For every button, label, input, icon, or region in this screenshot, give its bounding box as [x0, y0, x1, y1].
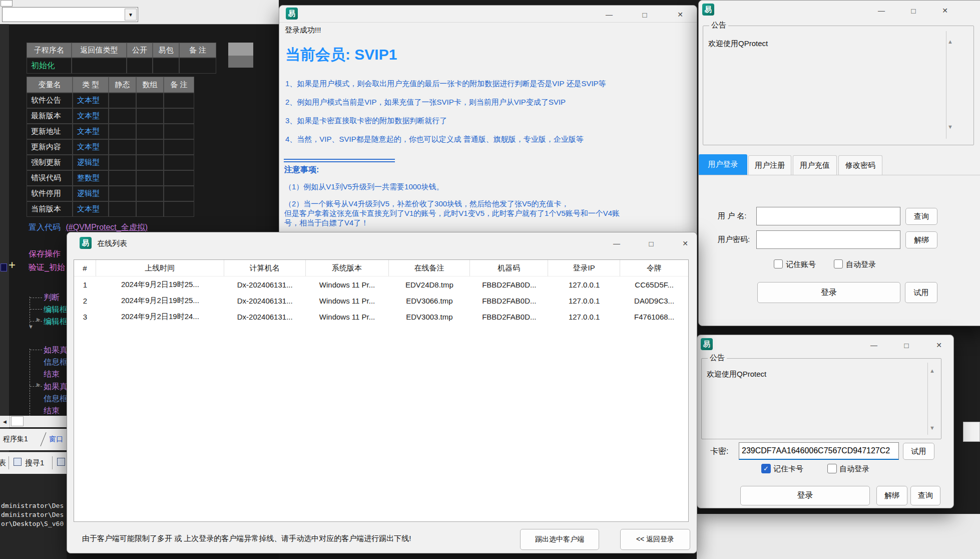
- auto-login-checkbox[interactable]: [827, 464, 837, 473]
- cell[interactable]: 1: [74, 276, 96, 293]
- cell[interactable]: DA0D9C3...: [620, 293, 688, 309]
- query-button[interactable]: 查询: [905, 208, 937, 225]
- auto-login-label[interactable]: 自动登录: [839, 464, 869, 474]
- cell[interactable]: Windows 11 Pr...: [306, 276, 389, 293]
- var-name[interactable]: 更新地址: [27, 124, 73, 139]
- var-name[interactable]: 软件停用: [27, 186, 73, 201]
- column-header[interactable]: 公开: [127, 43, 153, 58]
- cell[interactable]: EDV3003.tmp: [389, 309, 470, 325]
- cell[interactable]: [136, 155, 164, 170]
- var-name[interactable]: 最新版本: [27, 108, 73, 124]
- cell[interactable]: 127.0.0.1: [548, 309, 620, 325]
- minimize-button[interactable]: —: [602, 9, 617, 21]
- online-titlebar[interactable]: 易 在线列表 — □ ✕: [67, 232, 697, 254]
- cell[interactable]: F4761068...: [620, 309, 688, 325]
- cell[interactable]: Windows 11 Pr...: [306, 293, 389, 309]
- scrollbar-thumb[interactable]: [11, 416, 24, 426]
- ide-mini-icon[interactable]: [1, 0, 13, 7]
- table-row[interactable]: 软件停用逻辑型: [27, 186, 194, 201]
- maximize-button[interactable]: □: [637, 9, 652, 21]
- table-row[interactable]: 更新地址文本型: [27, 124, 194, 139]
- var-name[interactable]: 强制更新: [27, 155, 73, 170]
- scroll-up-icon[interactable]: ▲: [929, 368, 935, 374]
- auto-login-label[interactable]: 自动登录: [846, 260, 876, 269]
- tree-item[interactable]: 如果真: [44, 345, 67, 355]
- cell[interactable]: 127.0.0.1: [548, 293, 620, 309]
- breakpoint-icon[interactable]: [1, 263, 7, 271]
- user-titlebar[interactable]: 易 — □ ✕: [699, 1, 980, 19]
- column-header[interactable]: 返回值类型: [72, 43, 127, 58]
- column-header[interactable]: 在线备注: [389, 260, 470, 276]
- table-row[interactable]: 强制更新逻辑型: [27, 155, 194, 170]
- tree-item[interactable]: 信息框: [44, 357, 67, 367]
- cell[interactable]: [164, 170, 194, 186]
- trial-button[interactable]: 试用: [903, 443, 934, 460]
- cell[interactable]: CC65D5F...: [620, 276, 688, 293]
- minimize-button[interactable]: —: [609, 237, 624, 249]
- cell[interactable]: [136, 186, 164, 201]
- close-button[interactable]: ✕: [678, 237, 693, 249]
- cell[interactable]: [109, 170, 136, 186]
- maximize-button[interactable]: □: [899, 339, 914, 351]
- tree-item[interactable]: 判断: [44, 293, 60, 303]
- cell[interactable]: [164, 155, 194, 170]
- remember-account-checkbox[interactable]: [774, 259, 783, 268]
- var-type[interactable]: 整数型: [73, 170, 109, 186]
- cell[interactable]: [164, 186, 194, 201]
- cell[interactable]: [164, 201, 194, 217]
- var-type[interactable]: 文本型: [73, 108, 109, 124]
- tree-item[interactable]: 如果真: [44, 382, 67, 392]
- cell[interactable]: [153, 58, 179, 74]
- cell[interactable]: [109, 155, 136, 170]
- cell[interactable]: [164, 93, 194, 108]
- embed-code-label[interactable]: 置入代码: [29, 223, 61, 231]
- password-field[interactable]: [756, 230, 900, 249]
- tree-expanded-icon[interactable]: ▼: [28, 324, 34, 330]
- column-header[interactable]: 备 注: [179, 43, 216, 58]
- horizontal-scrollbar[interactable]: ◀: [0, 416, 67, 427]
- cell[interactable]: [136, 201, 164, 217]
- maximize-button[interactable]: □: [906, 5, 921, 17]
- remember-card-checkbox[interactable]: ✓: [761, 464, 771, 473]
- cell[interactable]: [109, 108, 136, 124]
- column-header[interactable]: 机器码: [470, 260, 548, 276]
- cell[interactable]: [109, 186, 136, 201]
- cell[interactable]: FBBD2FAB0D...: [470, 276, 548, 293]
- column-header[interactable]: 数组: [136, 77, 164, 93]
- cell[interactable]: Windows 11 Pr...: [306, 309, 389, 325]
- member-titlebar[interactable]: 易 — □ ✕: [279, 6, 697, 23]
- var-type[interactable]: 文本型: [73, 124, 109, 139]
- cell[interactable]: [72, 58, 127, 74]
- tab-user-login[interactable]: 用户登录: [699, 154, 747, 175]
- scrollbar-left-button[interactable]: ◀: [0, 416, 10, 427]
- cell[interactable]: [136, 170, 164, 186]
- cell[interactable]: [164, 139, 194, 155]
- announcement-scrollbar[interactable]: [927, 363, 928, 435]
- cell[interactable]: [109, 139, 136, 155]
- verify-init-label[interactable]: 验证_初始: [29, 262, 65, 273]
- var-type[interactable]: 文本型: [73, 139, 109, 155]
- login-button[interactable]: 登录: [757, 282, 900, 303]
- var-name[interactable]: 软件公告: [27, 93, 73, 108]
- column-header[interactable]: 备 注: [164, 77, 194, 93]
- tree-item[interactable]: 信息框: [44, 394, 67, 404]
- unbind-button[interactable]: 解绑: [876, 486, 907, 505]
- cell[interactable]: [136, 93, 164, 108]
- cell[interactable]: [136, 108, 164, 124]
- var-name[interactable]: 更新内容: [27, 139, 73, 155]
- query-button[interactable]: 查询: [910, 486, 940, 505]
- column-header[interactable]: 子程序名: [27, 43, 72, 58]
- cell[interactable]: FBBD2FAB0D...: [470, 309, 548, 325]
- cell[interactable]: Dx-202406131...: [224, 276, 306, 293]
- cell[interactable]: [109, 93, 136, 108]
- column-header[interactable]: 易包: [153, 43, 179, 58]
- cell[interactable]: 2024年9月2日19时25...: [96, 276, 224, 293]
- column-header[interactable]: #: [74, 260, 96, 276]
- cell[interactable]: EDV3066.tmp: [389, 293, 470, 309]
- save-operation-label[interactable]: 保存操作: [29, 249, 61, 259]
- column-header[interactable]: 系统版本: [306, 260, 389, 276]
- var-name[interactable]: 错误代码: [27, 170, 73, 186]
- tree-collapsed-icon[interactable]: ▶: [37, 382, 41, 387]
- column-header[interactable]: 上线时间: [96, 260, 224, 276]
- close-button[interactable]: ✕: [931, 339, 946, 351]
